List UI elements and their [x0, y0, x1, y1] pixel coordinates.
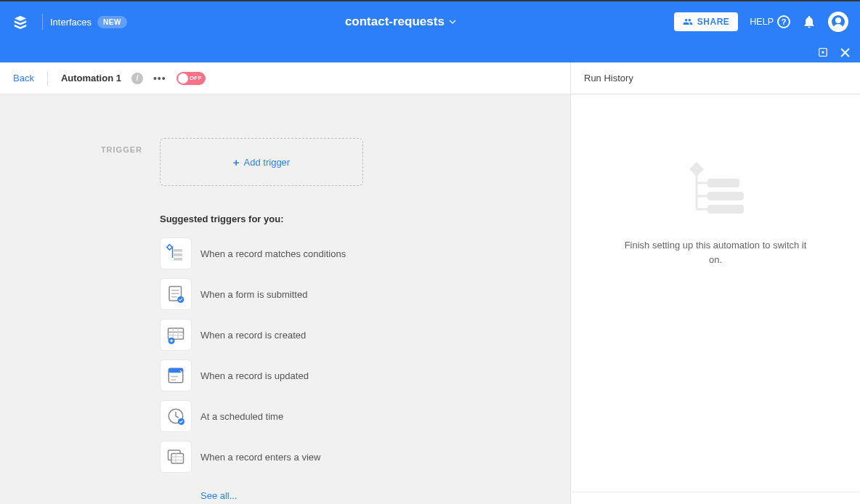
suggested-trigger-list: When a record matches conditions When a … — [160, 237, 570, 473]
svg-rect-4 — [174, 253, 182, 256]
suggested-heading: Suggested triggers for you: — [160, 214, 570, 224]
main-content: TRIGGER + Add trigger Suggested triggers… — [0, 94, 860, 504]
see-all-link[interactable]: See all... — [200, 490, 570, 501]
panel-horizontal-scrollbar[interactable] — [571, 492, 860, 504]
view-toolbar — [0, 42, 860, 62]
svg-rect-11 — [169, 328, 184, 339]
svg-rect-33 — [707, 179, 739, 187]
svg-rect-18 — [169, 368, 183, 373]
form-icon — [160, 278, 192, 310]
suggested-trigger-label: When a record is created — [200, 330, 306, 341]
svg-rect-2 — [167, 245, 172, 250]
divider — [42, 14, 43, 30]
svg-rect-28 — [689, 162, 704, 176]
suggested-trigger-item[interactable]: When a record is updated — [160, 359, 570, 391]
suggested-trigger-item[interactable]: When a record matches conditions — [160, 237, 570, 269]
run-history-title: Run History — [584, 73, 633, 84]
empty-state-text: Finish setting up this automation to swi… — [621, 238, 810, 267]
share-label: SHARE — [697, 17, 730, 27]
help-label: HELP — [750, 17, 774, 27]
help-button[interactable]: HELP ? — [750, 15, 790, 28]
interfaces-link[interactable]: Interfaces — [50, 17, 92, 28]
svg-rect-34 — [707, 192, 744, 200]
record-created-icon — [160, 319, 192, 351]
trigger-section-label: TRIGGER — [0, 138, 160, 154]
back-link[interactable]: Back — [13, 73, 34, 84]
suggested-trigger-label: When a record enters a view — [200, 452, 320, 463]
svg-rect-35 — [707, 205, 744, 214]
record-updated-icon — [160, 359, 192, 391]
people-icon — [683, 17, 693, 27]
more-menu-icon[interactable]: ••• — [153, 73, 166, 84]
svg-point-1 — [822, 51, 824, 53]
automation-canvas: TRIGGER + Add trigger Suggested triggers… — [0, 94, 570, 504]
app-logo-icon[interactable] — [12, 13, 29, 31]
base-title-area[interactable]: contact-requests — [127, 15, 674, 29]
svg-rect-5 — [174, 258, 182, 261]
divider — [47, 71, 48, 86]
svg-rect-3 — [174, 249, 182, 252]
suggested-trigger-label: When a record matches conditions — [200, 248, 346, 259]
svg-rect-24 — [171, 454, 184, 464]
toggle-knob — [178, 73, 188, 84]
automation-toggle[interactable]: OFF — [177, 72, 206, 85]
avatar-icon — [832, 15, 845, 28]
plus-icon: + — [233, 156, 240, 168]
new-badge: NEW — [97, 16, 127, 28]
clock-icon — [160, 400, 192, 432]
run-history-panel: Finish setting up this automation to swi… — [570, 94, 860, 504]
expand-icon[interactable] — [817, 46, 829, 58]
share-button[interactable]: SHARE — [674, 12, 739, 31]
automation-subheader: Back Automation 1 i ••• OFF Run History — [0, 62, 860, 94]
top-header: Interfaces NEW contact-requests SHARE HE… — [0, 1, 860, 42]
suggested-trigger-label: When a record is updated — [200, 370, 309, 381]
info-icon[interactable]: i — [131, 73, 143, 84]
add-trigger-label: Add trigger — [244, 157, 291, 168]
conditions-icon — [160, 237, 192, 269]
suggested-trigger-item[interactable]: When a form is submitted — [160, 278, 570, 310]
close-icon[interactable] — [840, 48, 850, 57]
suggested-trigger-item[interactable]: When a record is created — [160, 319, 570, 351]
enters-view-icon — [160, 441, 192, 473]
toggle-state-label: OFF — [190, 75, 202, 81]
suggested-trigger-item[interactable]: When a record enters a view — [160, 441, 570, 473]
empty-state-icon — [683, 158, 748, 224]
base-name: contact-requests — [345, 15, 445, 29]
help-icon: ? — [777, 15, 790, 28]
chevron-down-icon — [449, 18, 456, 25]
suggested-trigger-label: At a scheduled time — [200, 411, 283, 422]
automation-name[interactable]: Automation 1 — [61, 73, 121, 84]
user-avatar[interactable] — [828, 12, 848, 32]
suggested-trigger-label: When a form is submitted — [200, 289, 307, 300]
add-trigger-button[interactable]: + Add trigger — [160, 138, 363, 186]
suggested-trigger-item[interactable]: At a scheduled time — [160, 400, 570, 432]
notifications-icon[interactable] — [802, 15, 816, 29]
